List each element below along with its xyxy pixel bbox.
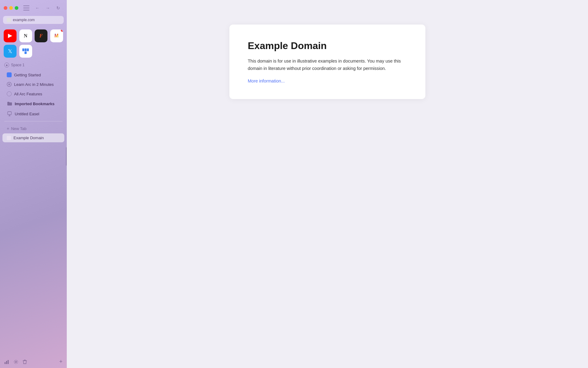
domain-description: This domain is for use in illustrative e…	[248, 58, 407, 72]
tab-favicon	[7, 136, 11, 140]
nav-item-label: Learn Arc in 2 Minutes	[14, 82, 54, 87]
toggle-bar	[23, 10, 29, 10]
youtube-play-icon	[8, 34, 12, 38]
sidebar-item-getting-started[interactable]: Getting Started	[2, 70, 64, 79]
back-button[interactable]: ←	[33, 4, 42, 12]
calendar-icon	[22, 48, 29, 54]
minimize-button[interactable]	[9, 6, 13, 10]
forward-button[interactable]: →	[43, 4, 52, 12]
app-icon-gmail[interactable]: M	[50, 29, 63, 42]
new-tab-button[interactable]: + New Tab	[2, 124, 64, 133]
url-bar-container: example.com	[0, 16, 67, 27]
cal-cell	[24, 48, 27, 51]
cal-cell	[27, 48, 29, 51]
domain-card: Example Domain This domain is for use in…	[229, 25, 425, 99]
sidebar-nav: Getting Started Learn Arc in 2 Minutes A…	[0, 69, 67, 355]
stats-icon[interactable]	[4, 359, 9, 364]
titlebar: ← → ↻	[0, 0, 588, 16]
easel-icon	[7, 111, 12, 117]
nav-item-label: Imported Bookmarks	[15, 102, 55, 106]
add-icon: +	[59, 358, 62, 365]
sidebar-bottom-toolbar: +	[0, 355, 67, 368]
tab-example-domain[interactable]: Example Domain	[2, 133, 64, 142]
cal-cell	[22, 48, 24, 51]
nav-item-label: All Arc Features	[14, 92, 42, 96]
folder-icon	[7, 101, 12, 106]
svg-rect-7	[8, 360, 9, 364]
svg-rect-6	[6, 361, 7, 364]
svg-point-1	[8, 83, 10, 85]
traffic-lights	[4, 6, 18, 10]
space-label: ◆ Space 1	[0, 60, 67, 69]
gray-circle-icon	[7, 91, 12, 96]
url-text: example.com	[13, 18, 35, 22]
app-icon-youtube[interactable]	[4, 29, 17, 42]
svg-rect-5	[5, 362, 6, 364]
section-separator	[4, 121, 62, 121]
nav-item-label: Untitled Easel	[15, 112, 39, 116]
app-icon-notion[interactable]: N	[19, 29, 32, 42]
svg-rect-2	[8, 112, 11, 115]
url-favicon	[7, 18, 11, 22]
url-bar[interactable]: example.com	[3, 16, 64, 24]
main-content: Example Domain This domain is for use in…	[67, 0, 588, 368]
toggle-bar	[23, 8, 29, 8]
gmail-badge	[61, 29, 63, 32]
app-icon-gcal[interactable]	[19, 45, 32, 58]
blue-square-icon	[7, 72, 12, 77]
space-icon: ◆	[4, 63, 9, 67]
app-icon-figma[interactable]: F	[35, 29, 47, 42]
arc-logo-icon	[7, 82, 12, 87]
close-button[interactable]	[4, 6, 7, 10]
reload-button[interactable]: ↻	[54, 4, 62, 12]
sidebar-toggle-button[interactable]	[23, 6, 29, 10]
domain-title: Example Domain	[248, 40, 407, 52]
new-tab-label: New Tab	[11, 126, 26, 131]
cal-cell	[22, 52, 24, 54]
sidebar-item-imported-bookmarks[interactable]: Imported Bookmarks	[2, 99, 64, 109]
toggle-bar	[23, 6, 29, 6]
add-button[interactable]: +	[59, 358, 62, 365]
sidebar-item-all-features[interactable]: All Arc Features	[2, 89, 64, 98]
sidebar-item-untitled-easel[interactable]: Untitled Easel	[2, 109, 64, 119]
space-name: Space 1	[11, 63, 24, 67]
notion-n-icon: N	[24, 33, 28, 39]
nav-item-label: Getting Started	[14, 73, 41, 77]
more-information-link[interactable]: More information...	[248, 79, 285, 83]
plus-icon: +	[7, 126, 9, 131]
figma-f-icon: F	[40, 33, 43, 39]
twitter-bird-icon: 𝕏	[8, 48, 12, 55]
sidebar: example.com N F M 𝕏	[0, 0, 67, 368]
cal-cell	[24, 52, 27, 54]
gmail-m-icon: M	[55, 33, 58, 39]
app-icon-twitter[interactable]: 𝕏	[4, 45, 17, 58]
tab-label: Example Domain	[13, 136, 44, 140]
scroll-handle	[66, 147, 67, 166]
trash-icon[interactable]	[23, 359, 27, 364]
svg-point-8	[15, 361, 17, 362]
cal-cell	[27, 52, 29, 54]
sidebar-item-learn-arc[interactable]: Learn Arc in 2 Minutes	[2, 80, 64, 89]
settings-icon[interactable]	[13, 359, 18, 364]
nav-controls: ← → ↻	[33, 4, 62, 12]
maximize-button[interactable]	[15, 6, 18, 10]
pinned-apps-grid: N F M 𝕏	[0, 27, 67, 60]
